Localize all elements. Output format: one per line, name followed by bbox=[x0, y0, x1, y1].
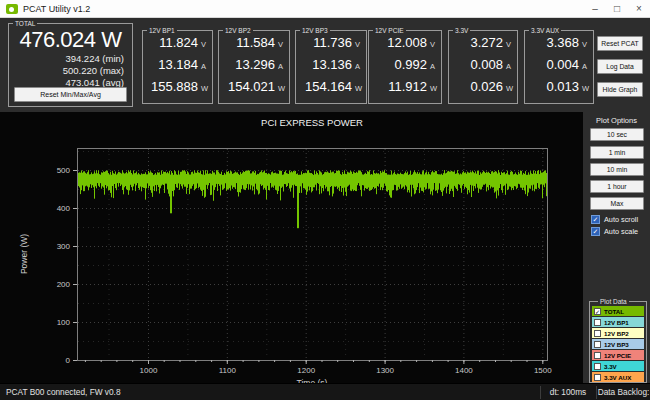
power-chart: 0100200300400500100011001200130014001500… bbox=[0, 112, 583, 383]
status-connection: PCAT B00 connected, FW v0.8 bbox=[6, 384, 121, 400]
svg-text:1300: 1300 bbox=[376, 366, 394, 375]
unit-watts: W bbox=[506, 84, 513, 93]
range-10min-button[interactable]: 10 min bbox=[590, 163, 644, 176]
plot-data-item-label: 12V PCIE bbox=[604, 352, 631, 359]
minimize-icon[interactable]: – bbox=[584, 0, 606, 18]
log-data-button[interactable]: Log Data bbox=[597, 59, 643, 74]
rail-panel-3v3-aux: 3.3V AUX 3.368V 0.004A 0.013W bbox=[524, 30, 594, 104]
total-panel-label: TOTAL bbox=[13, 20, 37, 27]
unit-volts: V bbox=[582, 40, 589, 49]
rail-watts: 154.164 bbox=[305, 79, 352, 94]
plot-data-item-label: 3.3V AUX bbox=[604, 374, 631, 381]
svg-text:PCI EXPRESS POWER: PCI EXPRESS POWER bbox=[261, 117, 363, 128]
plot-data-item-total[interactable]: ✓TOTAL bbox=[592, 306, 644, 316]
unit-volts: V bbox=[430, 40, 437, 49]
unit-amps: A bbox=[430, 62, 437, 71]
unit-watts: W bbox=[278, 84, 285, 93]
plot-data-item-12v-bp2[interactable]: 12V BP2 bbox=[592, 328, 644, 338]
checkbox-icon bbox=[594, 352, 601, 359]
unit-amps: A bbox=[201, 62, 208, 71]
plot-data-item-3v3[interactable]: 3.3V bbox=[592, 361, 644, 371]
unit-watts: W bbox=[355, 84, 362, 93]
auto-scale-label: Auto scale bbox=[604, 227, 638, 236]
hide-graph-button[interactable]: Hide Graph bbox=[597, 82, 643, 97]
svg-text:500: 500 bbox=[57, 166, 71, 175]
checkbox-icon bbox=[594, 319, 601, 326]
auto-scale-checkbox[interactable]: ✓ Auto scale bbox=[591, 226, 638, 236]
plot-data-item-label: 12V BP3 bbox=[604, 341, 629, 348]
rail-amps: 0.004 bbox=[546, 57, 579, 72]
rail-watts: 154.021 bbox=[228, 79, 275, 94]
window-title: PCAT Utility v1.2 bbox=[23, 0, 90, 18]
rail-watts: 11.912 bbox=[388, 79, 427, 94]
rail-amps: 13.184 bbox=[158, 57, 198, 72]
maximize-icon[interactable]: □ bbox=[606, 0, 628, 18]
rail-volts: 12.008 bbox=[387, 35, 427, 50]
checkbox-icon: ✓ bbox=[594, 308, 601, 315]
total-max: 500.220 (max) bbox=[9, 65, 132, 77]
rail-label: 12V PCIE bbox=[373, 27, 406, 34]
plot-data-item-label: 3.3V bbox=[604, 363, 617, 370]
checkbox-icon bbox=[594, 363, 601, 370]
plot-data-item-label: 12V BP2 bbox=[604, 330, 629, 337]
range-max-button[interactable]: Max bbox=[590, 197, 644, 210]
rail-amps: 13.136 bbox=[312, 57, 352, 72]
unit-volts: V bbox=[506, 40, 513, 49]
svg-text:1200: 1200 bbox=[297, 366, 315, 375]
rail-panel-12v-bp3: 12V BP3 11.736V 13.136A 154.164W bbox=[295, 30, 367, 104]
unit-amps: A bbox=[506, 62, 513, 71]
range-10sec-button[interactable]: 10 sec bbox=[590, 128, 644, 141]
range-1hour-button[interactable]: 1 hour bbox=[590, 180, 644, 193]
svg-text:300: 300 bbox=[57, 242, 71, 251]
unit-volts: V bbox=[355, 40, 362, 49]
rail-label: 12V BP1 bbox=[147, 27, 177, 34]
rail-volts: 3.272 bbox=[470, 35, 503, 50]
rail-amps: 0.992 bbox=[394, 57, 427, 72]
svg-text:Power (W): Power (W) bbox=[19, 234, 29, 274]
rail-watts: 0.026 bbox=[470, 79, 503, 94]
plot-options-title: Plot Options bbox=[583, 116, 650, 125]
rail-panel-12v-pcie: 12V PCIE 12.008V 0.992A 11.912W bbox=[368, 30, 442, 104]
reset-pcat-button[interactable]: Reset PCAT bbox=[597, 36, 643, 51]
rail-amps: 0.008 bbox=[470, 57, 503, 72]
rail-volts: 11.824 bbox=[159, 35, 198, 50]
checkbox-icon bbox=[594, 341, 601, 348]
checkbox-check-icon: ✓ bbox=[591, 227, 600, 236]
checkbox-check-icon: ✓ bbox=[591, 215, 600, 224]
rail-volts: 11.736 bbox=[313, 35, 352, 50]
status-dt: dt: 100ms bbox=[541, 384, 595, 400]
rail-panel-3v3: 3.3V 3.272V 0.008A 0.026W bbox=[448, 30, 518, 104]
auto-scroll-checkbox[interactable]: ✓ Auto scroll bbox=[591, 214, 638, 224]
rail-watts: 155.888 bbox=[151, 79, 198, 94]
svg-text:1400: 1400 bbox=[455, 366, 473, 375]
unit-amps: A bbox=[582, 62, 589, 71]
rail-amps: 13.296 bbox=[235, 57, 275, 72]
rail-volts: 11.584 bbox=[236, 35, 275, 50]
reset-min-max-avg-button[interactable]: Reset Min/Max/Avg bbox=[14, 87, 127, 102]
app-icon bbox=[6, 4, 18, 14]
rail-panel-12v-bp1: 12V BP1 11.824V 13.184A 155.888W bbox=[142, 30, 213, 104]
rail-panel-12v-bp2: 12V BP2 11.584V 13.296A 154.021W bbox=[218, 30, 290, 104]
rail-label: 3.3V AUX bbox=[529, 27, 561, 34]
svg-text:1000: 1000 bbox=[140, 366, 158, 375]
plot-data-item-label: TOTAL bbox=[604, 308, 624, 315]
rail-label: 3.3V bbox=[453, 27, 470, 34]
plot-data-item-3v3-aux[interactable]: 3.3V AUX bbox=[592, 372, 644, 382]
unit-watts: W bbox=[201, 84, 208, 93]
range-1min-button[interactable]: 1 min bbox=[590, 146, 644, 159]
total-panel: TOTAL 476.024 W 394.224 (min) 500.220 (m… bbox=[8, 23, 133, 107]
unit-amps: A bbox=[355, 62, 362, 71]
checkbox-icon bbox=[594, 330, 601, 337]
total-min: 394.224 (min) bbox=[9, 53, 132, 65]
plot-data-item-12v-pcie[interactable]: 12V PCIE bbox=[592, 350, 644, 360]
rail-label: 12V BP2 bbox=[223, 27, 253, 34]
close-icon[interactable]: × bbox=[628, 0, 650, 18]
svg-text:1500: 1500 bbox=[534, 366, 552, 375]
status-bar: PCAT B00 connected, FW v0.8 dt: 100ms Da… bbox=[0, 383, 650, 400]
svg-text:100: 100 bbox=[57, 318, 71, 327]
svg-text:200: 200 bbox=[57, 280, 71, 289]
plot-data-item-12v-bp1[interactable]: 12V BP1 bbox=[592, 317, 644, 327]
plot-data-item-12v-bp3[interactable]: 12V BP3 bbox=[592, 339, 644, 349]
checkbox-icon bbox=[594, 374, 601, 381]
rail-label: 12V BP3 bbox=[300, 27, 330, 34]
